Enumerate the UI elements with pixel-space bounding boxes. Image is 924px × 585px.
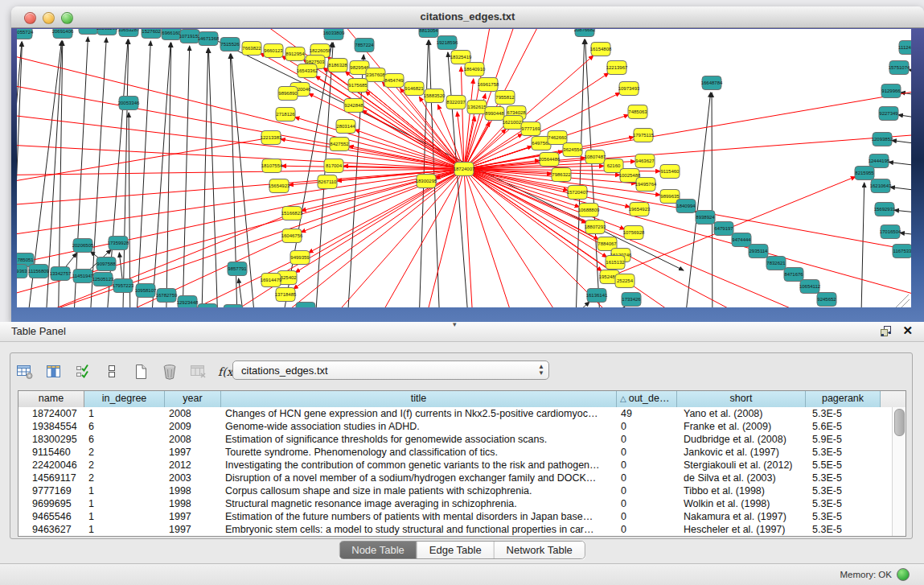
network-canvas-svg[interactable]: 1405572420691406209371941853029910653287… (17, 29, 911, 307)
network-edge[interactable] (17, 169, 464, 272)
network-node[interactable]: 9175685 (348, 79, 368, 93)
network-edge[interactable] (362, 110, 464, 169)
network-node[interactable]: 16033809 (323, 29, 345, 40)
column-header-short[interactable]: short (677, 391, 806, 407)
network-edge[interactable] (890, 187, 911, 192)
network-node[interactable]: 18640910 (464, 63, 486, 76)
network-node[interactable]: 12213967 (606, 61, 628, 75)
tab-network-table[interactable]: Network Table (495, 542, 585, 558)
show-columns-icon[interactable] (44, 362, 64, 381)
column-header-year[interactable]: year (165, 391, 221, 407)
network-node[interactable]: 15883520 (424, 89, 446, 103)
network-edge[interactable] (464, 169, 579, 307)
network-node[interactable]: 7462660 (548, 131, 567, 145)
table-row[interactable]: 946554611997Estimation of the future num… (18, 510, 906, 523)
network-node[interactable]: 8813054 (419, 29, 438, 38)
network-edge[interactable] (17, 47, 464, 169)
network-edge[interactable] (208, 48, 219, 307)
network-edge[interactable] (239, 278, 248, 307)
network-edge[interactable] (362, 169, 464, 307)
network-node[interactable]: 12093852 (872, 133, 893, 146)
network-node[interactable]: 10654112 (799, 280, 821, 294)
network-node[interactable]: 7986322 (552, 168, 571, 182)
network-node[interactable]: 8267110 (318, 175, 337, 189)
table-row[interactable]: 977716911998Corpus callosum shape and si… (18, 484, 906, 497)
network-edge[interactable] (448, 52, 470, 307)
delete-column-icon[interactable] (160, 362, 179, 381)
network-node[interactable]: 1167533 (893, 245, 911, 258)
network-edge[interactable] (894, 210, 911, 214)
network-edge[interactable] (182, 46, 190, 307)
network-node[interactable]: 20876682 (574, 29, 596, 37)
network-edge[interactable] (418, 40, 429, 307)
network-node[interactable]: 7832621 (766, 257, 786, 270)
network-edge[interactable] (860, 183, 864, 307)
network-node[interactable]: 16046756 (281, 229, 303, 243)
network-node[interactable]: 10688809 (578, 204, 600, 217)
network-node[interactable]: 20053346 (118, 97, 140, 110)
network-node[interactable]: 9699695 (198, 304, 217, 308)
network-node[interactable]: 1733426 (622, 293, 641, 307)
network-node[interactable]: 16136141 (586, 289, 608, 303)
network-node[interactable]: 9115460 (660, 165, 680, 179)
network-node[interactable]: 9465546 (224, 305, 243, 308)
network-node[interactable]: 16154808 (590, 43, 612, 56)
network-node[interactable]: 18807293 (585, 220, 606, 234)
network-node[interactable]: 9463627 (635, 154, 655, 168)
network-edge[interactable] (166, 43, 171, 307)
network-node[interactable]: 1527602 (142, 29, 161, 39)
network-edge[interactable] (72, 37, 88, 307)
table-row[interactable]: 1872400712008Changes of HCN gene express… (18, 407, 906, 420)
network-node[interactable]: 17359928 (108, 237, 129, 250)
network-node[interactable]: 15692931 (874, 203, 896, 216)
network-node[interactable]: 9129966 (881, 84, 901, 98)
network-node[interactable]: 8938924 (696, 211, 715, 225)
network-node[interactable]: 14055724 (17, 29, 34, 39)
network-node[interactable]: 13718485 (275, 288, 297, 302)
network-edge[interactable] (889, 162, 911, 167)
vertical-scrollbar[interactable] (892, 407, 906, 536)
float-panel-icon[interactable] (880, 324, 893, 337)
tab-edge-table[interactable]: Edge Table (417, 542, 495, 558)
network-node[interactable]: 817004 (324, 159, 343, 173)
network-node[interactable]: 8427552 (330, 138, 349, 151)
network-edge[interactable] (587, 307, 625, 307)
network-node[interactable]: 2803144 (336, 120, 355, 134)
network-node[interactable]: 8990448 (485, 107, 504, 121)
network-edge[interactable] (346, 55, 363, 307)
network-node[interactable]: 15720407 (567, 186, 589, 200)
network-node[interactable]: 9660123 (264, 44, 283, 58)
network-node[interactable]: 17975115 (633, 129, 655, 142)
network-node[interactable]: 9499359 (290, 251, 310, 265)
table-row[interactable]: 1938455462009Genome-wide association stu… (18, 420, 906, 433)
network-node[interactable]: 18325419 (450, 51, 472, 64)
network-node[interactable]: 252254 (615, 274, 634, 288)
network-node[interactable]: 11156809 (28, 265, 49, 278)
network-canvas[interactable]: 1405572420691406209371941853029910653287… (17, 29, 911, 307)
network-edge[interactable] (547, 302, 589, 307)
network-node[interactable]: 9242848 (344, 99, 363, 113)
network-node[interactable]: 16543362 (297, 64, 318, 78)
network-node[interactable]: 3624554 (563, 143, 582, 157)
network-edge[interactable] (17, 169, 464, 240)
network-node[interactable]: 20206505 (72, 239, 94, 253)
network-node[interactable]: 9245652 (817, 293, 836, 307)
network-node[interactable]: 11124860 (898, 41, 911, 55)
network-node[interactable]: 10756928 (623, 226, 645, 240)
network-edge[interactable] (17, 169, 464, 304)
network-node[interactable]: 2718126 (276, 108, 295, 122)
network-node[interactable]: 1840994 (676, 200, 696, 213)
network-node[interactable]: 13342757 (50, 267, 72, 281)
network-edge[interactable] (892, 141, 911, 146)
network-node[interactable]: 16782759 (156, 289, 178, 303)
table-row[interactable]: 2242004622012Investigating the contribut… (18, 459, 906, 472)
column-header-name[interactable]: name (18, 391, 84, 407)
network-node[interactable]: 1615132 (606, 256, 625, 270)
network-node[interactable]: 9097588 (97, 257, 116, 271)
network-node[interactable]: 3919363 (17, 265, 27, 278)
network-edge[interactable] (464, 29, 499, 169)
network-node[interactable]: 18724007 (454, 163, 475, 176)
network-node[interactable]: 8322037 (446, 96, 466, 109)
network-node[interactable]: 6479197 (714, 222, 733, 236)
network-node[interactable]: 7485063 (628, 105, 647, 119)
